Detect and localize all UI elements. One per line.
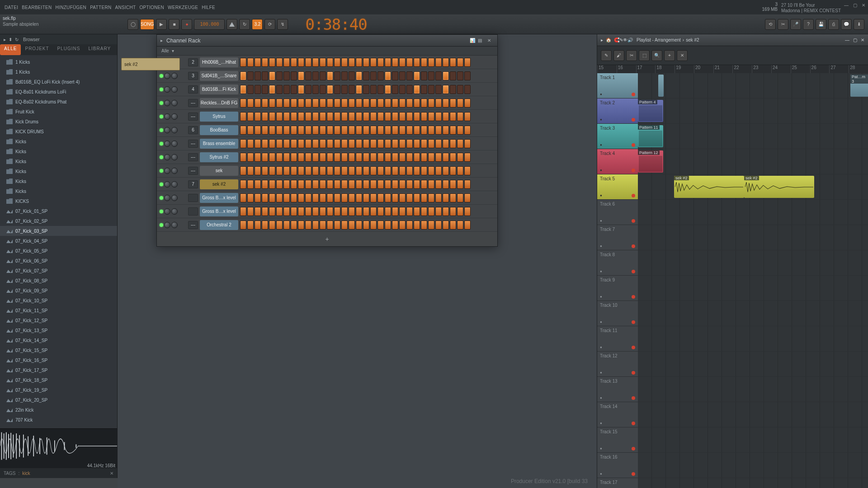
channel-mute-led[interactable] bbox=[160, 74, 163, 78]
track-arm-icon[interactable] bbox=[632, 346, 635, 349]
step-cell[interactable] bbox=[385, 112, 391, 121]
channel-mute-led[interactable] bbox=[160, 210, 163, 213]
step-cell[interactable] bbox=[320, 58, 326, 67]
track-header[interactable]: Track 8● bbox=[597, 250, 638, 275]
step-cell[interactable] bbox=[356, 207, 362, 216]
step-cell[interactable] bbox=[276, 71, 283, 80]
step-cell[interactable] bbox=[305, 112, 311, 121]
menu-pattern[interactable]: PATTERN bbox=[88, 5, 113, 10]
step-cell[interactable] bbox=[334, 193, 340, 202]
pl-add-track-icon[interactable]: + bbox=[664, 50, 675, 61]
step-cell[interactable] bbox=[363, 166, 369, 175]
step-cell[interactable] bbox=[385, 207, 391, 216]
step-cell[interactable] bbox=[283, 166, 290, 175]
channel-mute-led[interactable] bbox=[160, 115, 163, 118]
mixer-route[interactable] bbox=[188, 207, 198, 216]
step-cell[interactable] bbox=[406, 58, 413, 67]
step-cell[interactable] bbox=[312, 126, 319, 135]
step-cell[interactable] bbox=[341, 221, 348, 230]
step-cell[interactable] bbox=[363, 71, 369, 80]
step-cell[interactable] bbox=[443, 207, 449, 216]
step-cell[interactable] bbox=[305, 139, 311, 148]
track-mute-icon[interactable]: ● bbox=[600, 244, 602, 248]
step-cell[interactable] bbox=[377, 126, 384, 135]
step-cell[interactable] bbox=[291, 153, 297, 162]
step-cell[interactable] bbox=[363, 221, 369, 230]
step-cell[interactable] bbox=[327, 221, 333, 230]
step-cell[interactable] bbox=[298, 71, 304, 80]
pl-menu-icon[interactable]: ▸ bbox=[601, 38, 603, 42]
step-cell[interactable] bbox=[349, 193, 355, 202]
step-cell[interactable] bbox=[356, 85, 362, 94]
track-mute-icon[interactable]: ● bbox=[600, 472, 602, 476]
step-cell[interactable] bbox=[377, 85, 384, 94]
save-icon[interactable]: 💾 bbox=[816, 19, 826, 30]
track-arm-icon[interactable] bbox=[632, 143, 635, 147]
step-cell[interactable] bbox=[255, 99, 261, 108]
track-header[interactable]: Track 11● bbox=[597, 326, 638, 351]
step-cell[interactable] bbox=[435, 112, 442, 121]
step-cell[interactable] bbox=[269, 180, 275, 189]
step-cell[interactable] bbox=[283, 112, 290, 121]
step-cell[interactable] bbox=[443, 221, 449, 230]
menu-bearbeiten[interactable]: BEARBEITEN bbox=[20, 5, 53, 10]
step-cell[interactable] bbox=[414, 71, 420, 80]
tree-file[interactable]: 07_Kick_02_SP bbox=[0, 216, 117, 226]
pan-knob[interactable] bbox=[164, 113, 170, 120]
channel-mute-led[interactable] bbox=[160, 142, 163, 145]
track-header[interactable]: Track 7● bbox=[597, 225, 638, 250]
step-cell[interactable] bbox=[334, 207, 340, 216]
step-cell[interactable] bbox=[414, 139, 420, 148]
step-cell[interactable] bbox=[240, 166, 246, 175]
step-cell[interactable] bbox=[450, 180, 456, 189]
step-sequencer[interactable] bbox=[240, 193, 475, 202]
step-cell[interactable] bbox=[240, 112, 246, 121]
step-cell[interactable] bbox=[349, 58, 355, 67]
step-cell[interactable] bbox=[414, 126, 420, 135]
step-cell[interactable] bbox=[305, 180, 311, 189]
track-header[interactable]: Track 10● bbox=[597, 301, 638, 326]
step-cell[interactable] bbox=[305, 99, 311, 108]
step-cell[interactable] bbox=[262, 180, 268, 189]
step-cell[interactable] bbox=[327, 99, 333, 108]
step-cell[interactable] bbox=[421, 99, 427, 108]
step-cell[interactable] bbox=[247, 58, 254, 67]
step-cell[interactable] bbox=[457, 99, 463, 108]
step-cell[interactable] bbox=[414, 58, 420, 67]
vol-knob[interactable] bbox=[171, 168, 178, 174]
tree-file[interactable]: 07_Kick_06_SP bbox=[0, 256, 117, 266]
pat-song-toggle[interactable]: SONG bbox=[140, 19, 154, 30]
step-cell[interactable] bbox=[240, 207, 246, 216]
step-cell[interactable] bbox=[349, 166, 355, 175]
menu-datei[interactable]: DATEI bbox=[3, 5, 20, 10]
playlist-clip[interactable]: Pattern 12 bbox=[638, 150, 663, 173]
channel-mute-led[interactable] bbox=[160, 88, 163, 91]
step-cell[interactable] bbox=[370, 139, 377, 148]
pl-eye-icon[interactable]: 👁 bbox=[623, 38, 627, 42]
track-lane[interactable]: Pattern 4 bbox=[638, 99, 868, 123]
step-cell[interactable] bbox=[435, 139, 442, 148]
step-cell[interactable] bbox=[334, 126, 340, 135]
track-mute-icon[interactable]: ● bbox=[600, 219, 602, 223]
step-cell[interactable] bbox=[255, 71, 261, 80]
step-cell[interactable] bbox=[255, 207, 261, 216]
tags-value[interactable]: kick bbox=[22, 471, 30, 476]
step-cell[interactable] bbox=[255, 153, 261, 162]
channel-name-button[interactable]: sek #2 bbox=[200, 179, 238, 189]
step-cell[interactable] bbox=[356, 99, 362, 108]
step-cell[interactable] bbox=[457, 71, 463, 80]
step-cell[interactable] bbox=[240, 180, 246, 189]
vol-knob[interactable] bbox=[171, 113, 178, 120]
track-lane[interactable] bbox=[638, 352, 868, 376]
pl-close-icon[interactable]: ✕ bbox=[861, 38, 864, 42]
step-cell[interactable] bbox=[312, 139, 319, 148]
step-cell[interactable] bbox=[399, 221, 406, 230]
step-cell[interactable] bbox=[276, 126, 283, 135]
step-edit-icon[interactable]: ↯ bbox=[277, 19, 288, 30]
tree-file[interactable]: 07_Kick_20_SP bbox=[0, 395, 117, 405]
playlist-tracks[interactable]: Track 1●Pat…m 3Track 2●Pattern 4Track 3●… bbox=[597, 73, 868, 488]
step-cell[interactable] bbox=[312, 180, 319, 189]
stop-button[interactable]: ■ bbox=[169, 19, 179, 30]
step-cell[interactable] bbox=[450, 139, 456, 148]
channel-name-button[interactable]: sek bbox=[200, 166, 238, 176]
